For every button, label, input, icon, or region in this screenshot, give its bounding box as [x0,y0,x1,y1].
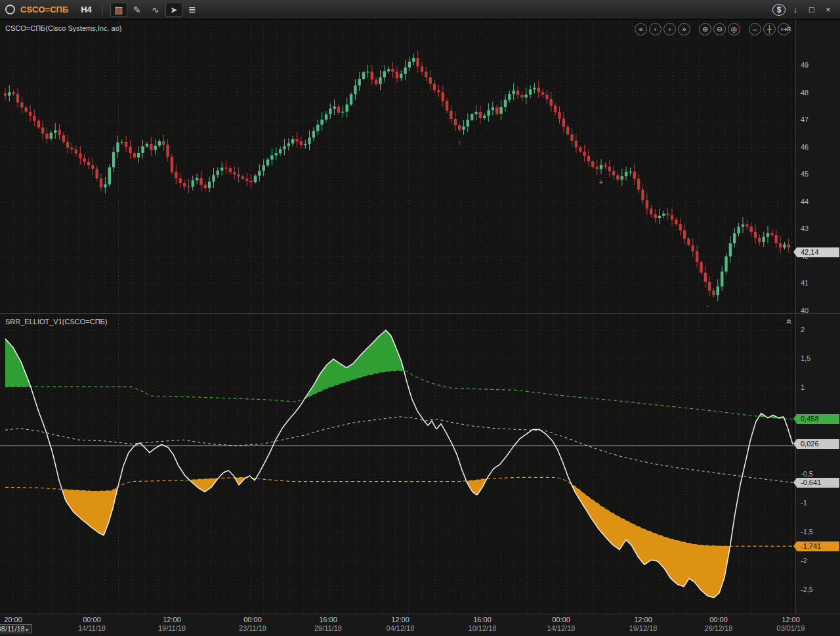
fit-width-button[interactable]: ⇔ [749,23,761,35]
zoom-out-button[interactable]: ⊖ [713,23,726,35]
dollar-button[interactable]: $ [772,4,786,16]
indicators-button[interactable]: ∿ [147,3,164,17]
collapse-indicator-pane-icon[interactable]: « [784,319,795,324]
price-chart-canvas[interactable]: ↑+- [0,20,795,314]
close-button[interactable]: × [822,3,835,16]
toolbar-tools: ▥✎∿➤≣ [110,3,201,17]
chart-type-button[interactable]: ▥ [110,3,127,17]
time-label: 20:00 [4,616,22,624]
indicator-value-tag: -0,641 [797,478,839,488]
indicator-axis-label: -1 [801,499,807,507]
app-logo-icon[interactable] [5,5,15,14]
scroll-fast-left-button[interactable]: « [635,23,647,35]
date-label: 08/11/18▸ [0,624,32,633]
indicator-chart-canvas[interactable] [0,314,795,614]
indicator-tag-arrow [793,541,797,551]
draw-tools-button[interactable]: ✎ [129,3,146,17]
download-button[interactable]: ↓ [789,3,802,16]
time-label: 12:00 [782,616,800,624]
chart-nav-buttons: «‹›»⊕⊖◎⇔┼↦ [635,23,790,35]
toolbar-divider [102,4,103,16]
date-label: 19/12/18 [618,624,668,632]
time-label: 12:00 [163,616,181,624]
time-label: 12:00 [634,616,652,624]
time-label: 00:00 [552,616,570,624]
time-axis-label: 12:0003/01/19 [766,616,816,632]
time-label: 16:00 [473,616,492,624]
date-label: 23/11/18 [228,624,278,632]
chart-area: ↑+- CSCO=СПБ(Cisco Systems,Inc. ao) SRR_… [0,20,840,636]
svg-text:↑: ↑ [458,139,461,146]
indicator-axis-label: 1 [801,383,805,391]
instrument-title: CSCO=СПБ [20,5,68,14]
pan-button[interactable]: ┼ [763,23,776,35]
scroll-left-button[interactable]: ‹ [649,23,662,35]
time-axis-label: 12:0019/11/18 [147,616,197,632]
indicator-axis-label: -2,5 [801,585,813,593]
time-axis-label: 00:0023/11/18 [228,616,278,632]
indicator-axis-label: -2 [801,557,807,564]
indicator-tag-arrow [793,478,797,487]
time-axis-label: 20:0008/11/18▸ [0,616,38,633]
cursor-button[interactable]: ➤ [165,3,182,17]
svg-text:+: + [599,179,603,186]
window-controls: $↓□× [772,3,835,16]
date-label: 14/12/18 [536,624,586,632]
indicator-value-tag: 0,026 [797,439,839,449]
time-axis-label: 12:0019/12/18 [618,616,668,632]
date-label: 26/12/18 [694,624,744,632]
date-label: 29/11/18 [303,624,353,632]
time-axis-label: 00:0014/11/18 [67,616,117,632]
zoom-in-button[interactable]: ⊕ [699,23,711,35]
indicator-value-tag: 0,458 [797,414,839,424]
titlebar: CSCO=СПБ H4 ▥✎∿➤≣ $↓□× [0,0,840,20]
date-label: 10/12/18 [457,624,507,632]
date-label: 14/11/18 [67,624,117,632]
time-label: 00:00 [83,616,101,624]
indicator-axis-label: 1,5 [801,354,810,362]
date-label: 19/11/18 [147,624,197,632]
indicator-axis-label: -1,5 [801,528,813,536]
last-price-tag-arrow [793,247,797,257]
price-axis[interactable]: 4948474645444342414042,1421,51-0,5-1-1,5… [795,20,840,614]
time-label: 16:00 [319,616,337,624]
indicator-tag-arrow [793,439,797,448]
trading-terminal-window: CSCO=СПБ H4 ▥✎∿➤≣ $↓□× ↑+- CSCO=СПБ(Cisc… [0,0,840,636]
time-axis-label: 12:0004/12/18 [375,616,425,632]
date-label: 03/01/19 [766,624,816,632]
date-label: 04/12/18 [375,624,425,632]
price-axis-label: 48 [801,89,808,96]
last-price-tag: 42,14 [797,247,839,257]
pane-divider[interactable] [0,313,840,314]
indicator-axis-label: -0,5 [801,470,813,478]
indicator-axis-label: 2 [801,326,805,333]
price-axis-label: 41 [801,279,808,287]
indicator-pane-label: SRR_ELLIOT_V1(CSCO=СПБ) [5,318,107,326]
price-pane-label: CSCO=СПБ(Cisco Systems,Inc. ao) [5,24,121,32]
maximize-button[interactable]: □ [805,3,818,16]
scroll-fast-right-button[interactable]: » [678,23,690,35]
time-axis-label: 16:0010/12/18 [457,616,507,632]
price-axis-label: 47 [801,116,808,123]
price-axis-label: 46 [801,143,808,151]
time-axis[interactable]: 20:0008/11/18▸00:0014/11/1812:0019/11/18… [0,614,840,636]
collapse-price-pane-icon[interactable]: « [784,26,795,32]
price-axis-label: 49 [801,61,808,69]
time-axis-label: 16:0029/11/18 [303,616,353,632]
time-label: 12:00 [391,616,410,624]
indicator-tag-arrow [793,414,797,423]
levels-button[interactable]: ≣ [184,3,201,17]
price-axis-label: 45 [801,170,808,178]
indicator-value-tag: -1,741 [797,541,839,551]
price-axis-label: 44 [801,198,808,205]
zoom-reset-button[interactable]: ◎ [728,23,740,35]
price-axis-label: 43 [801,224,808,232]
time-label: 00:00 [243,616,262,624]
svg-text:-: - [706,303,708,310]
timeframe-button[interactable]: H4 [77,3,95,16]
scroll-right-button[interactable]: › [663,23,676,35]
time-axis-label: 00:0014/12/18 [536,616,586,632]
time-axis-label: 00:0026/12/18 [694,616,744,632]
time-label: 00:00 [709,616,728,624]
range-start-arrow-icon: ▸ [26,626,30,633]
